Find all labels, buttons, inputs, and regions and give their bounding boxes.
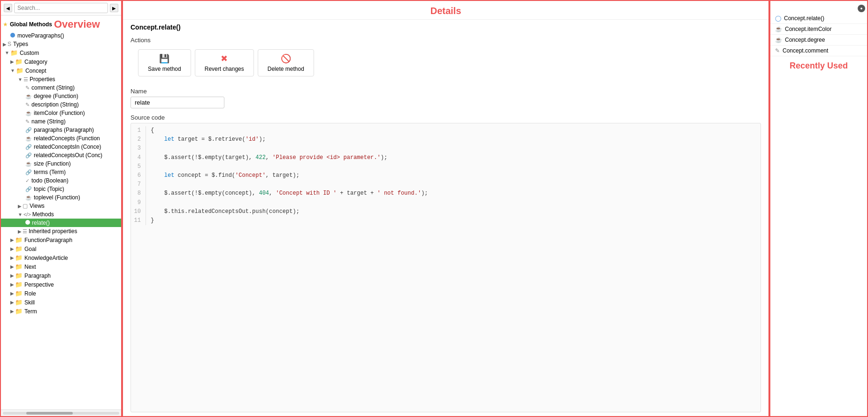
sidebar-item-concept[interactable]: ▼ 📁 Concept bbox=[1, 66, 121, 75]
nav-back-button[interactable]: ◀ bbox=[4, 4, 12, 12]
sidebar-item-degree[interactable]: ☕ degree (Function) bbox=[1, 92, 121, 100]
sidebar-item-paragraphs[interactable]: 🔗 paragraphs (Paragraph) bbox=[1, 126, 121, 134]
actions-label: Actions bbox=[131, 37, 761, 44]
sidebar-item-global-methods[interactable]: ★ Global Methods Overview bbox=[1, 17, 121, 31]
next-label: Next bbox=[24, 264, 36, 270]
revert-icon: ✖ bbox=[221, 53, 228, 64]
sidebar-item-knowledge-article[interactable]: ▶ 📁 KnowledgeArticle bbox=[1, 253, 121, 262]
rp-item-concept-degree[interactable]: ☕ Concept.degree bbox=[770, 35, 867, 45]
sidebar-item-relate[interactable]: relate() bbox=[1, 219, 121, 227]
sidebar-item-move-paragraphs[interactable]: moveParagraphs() bbox=[1, 31, 121, 40]
delete-label: Delete method bbox=[268, 66, 304, 72]
sidebar-item-topic[interactable]: 🔗 topic (Topic) bbox=[1, 185, 121, 193]
name-field-label: Name bbox=[131, 88, 761, 95]
sidebar-item-comment[interactable]: ✎ comment (String) bbox=[1, 83, 121, 92]
term-label: Term bbox=[24, 308, 37, 315]
role-icon: 📁 bbox=[15, 290, 23, 297]
sidebar-item-properties[interactable]: ▼ ☰ Properties bbox=[1, 75, 121, 83]
search-input[interactable] bbox=[14, 3, 108, 13]
name-field[interactable] bbox=[131, 97, 224, 108]
methods-label: Methods bbox=[32, 211, 54, 218]
scrollbar-track[interactable] bbox=[3, 412, 119, 415]
main-content: Details Concept.relate() Actions 💾 Save … bbox=[122, 0, 769, 417]
revert-label: Revert changes bbox=[205, 66, 244, 72]
link-icon-rcout: 🔗 bbox=[25, 152, 32, 159]
next-arrow: ▶ bbox=[10, 264, 14, 269]
comment-label: comment (String) bbox=[31, 84, 75, 91]
term-arrow: ▶ bbox=[10, 309, 14, 314]
actions-section: Actions 💾 Save method ✖ Revert changes 🚫… bbox=[123, 33, 768, 84]
name-label: name (String) bbox=[31, 118, 66, 125]
code-line-6: 6 let concept = $.find('Concept', target… bbox=[131, 171, 760, 180]
methods-arrow: ▼ bbox=[18, 212, 23, 217]
sidebar-item-next[interactable]: ▶ 📁 Next bbox=[1, 262, 121, 271]
sidebar-item-skill[interactable]: ▶ 📁 Skill bbox=[1, 298, 121, 307]
sidebar-item-todo[interactable]: ✓ todo (Boolean) bbox=[1, 176, 121, 185]
code-line-3: 3 bbox=[131, 144, 760, 153]
sidebar-item-views[interactable]: ▶ ▢ Views bbox=[1, 202, 121, 210]
code-line-8: 8 $.assert(!$.empty(concept), 404, 'Conc… bbox=[131, 189, 760, 198]
recently-used-title: Recently Used bbox=[770, 56, 867, 74]
code-editor[interactable]: 1 { 2 let target = $.retrieve('id'); 3 4… bbox=[131, 123, 761, 412]
fn-icon-size: ☕ bbox=[25, 161, 32, 167]
sidebar-item-related-concepts-in[interactable]: 🔗 relatedConceptsIn (Conce) bbox=[1, 143, 121, 151]
sidebar-item-category[interactable]: ▶ 📁 Category bbox=[1, 57, 121, 66]
perspective-label: Perspective bbox=[24, 281, 54, 288]
related-concepts-out-label: relatedConceptsOut (Conc) bbox=[34, 152, 102, 159]
sidebar-item-related-concepts-out[interactable]: 🔗 relatedConceptsOut (Conc) bbox=[1, 151, 121, 159]
sidebar-item-term[interactable]: ▶ 📁 Term bbox=[1, 307, 121, 316]
sidebar-item-description[interactable]: ✎ description (String) bbox=[1, 100, 121, 109]
sidebar-item-toplevel[interactable]: ☕ toplevel (Function) bbox=[1, 193, 121, 202]
custom-folder-icon: 📁 bbox=[10, 49, 18, 56]
next-icon: 📁 bbox=[15, 263, 23, 270]
sidebar-scrollbar[interactable] bbox=[1, 409, 121, 416]
sidebar-item-role[interactable]: ▶ 📁 Role bbox=[1, 289, 121, 298]
code-line-7: 7 bbox=[131, 180, 760, 189]
paragraphs-label: paragraphs (Paragraph) bbox=[34, 127, 94, 133]
concept-label: Concept bbox=[25, 68, 46, 74]
star-icon: ★ bbox=[3, 21, 8, 28]
link-icon-terms: 🔗 bbox=[25, 169, 32, 175]
inherited-icon: ☰ bbox=[23, 228, 27, 235]
sidebar-item-itemcolor[interactable]: ☕ itemColor (Function) bbox=[1, 109, 121, 117]
para-arrow: ▶ bbox=[10, 273, 14, 278]
view-icon: ▢ bbox=[23, 203, 28, 209]
custom-arrow: ▼ bbox=[5, 50, 9, 55]
goal-icon: 📁 bbox=[15, 245, 23, 252]
sidebar-item-terms[interactable]: 🔗 terms (Term) bbox=[1, 168, 121, 176]
sidebar-item-inherited-props[interactable]: ▶ ☰ Inherited properties bbox=[1, 227, 121, 235]
sidebar-item-types[interactable]: ▶ S Types bbox=[1, 40, 121, 48]
sidebar-item-methods[interactable]: ▼ </> Methods bbox=[1, 210, 121, 219]
ka-arrow: ▶ bbox=[10, 255, 14, 260]
fn-icon-itemcolor: ☕ bbox=[25, 110, 32, 116]
edit-icon-name: ✎ bbox=[25, 119, 30, 125]
persp-icon: 📁 bbox=[15, 281, 23, 288]
role-label: Role bbox=[24, 290, 36, 297]
sidebar-item-function-paragraph[interactable]: ▶ 📁 FunctionParagraph bbox=[1, 235, 121, 244]
corner-close-button[interactable]: ● bbox=[858, 5, 865, 12]
sidebar-item-perspective[interactable]: ▶ 📁 Perspective bbox=[1, 280, 121, 289]
rp-item-concept-relate[interactable]: ◯ Concept.relate() bbox=[770, 13, 867, 24]
delete-method-button[interactable]: 🚫 Delete method bbox=[258, 49, 314, 76]
sidebar-item-custom[interactable]: ▼ 📁 Custom bbox=[1, 48, 121, 57]
circle-outline-icon: ◯ bbox=[775, 15, 781, 22]
revert-changes-button[interactable]: ✖ Revert changes bbox=[195, 49, 254, 76]
save-method-button[interactable]: 💾 Save method bbox=[138, 49, 191, 76]
sidebar-item-size[interactable]: ☕ size (Function) bbox=[1, 159, 121, 168]
nav-forward-button[interactable]: ▶ bbox=[110, 4, 118, 12]
sidebar-item-goal[interactable]: ▶ 📁 Goal bbox=[1, 244, 121, 253]
scrollbar-thumb[interactable] bbox=[26, 412, 73, 415]
rp-item-concept-itemcolor[interactable]: ☕ Concept.itemColor bbox=[770, 24, 867, 35]
rp-concept-comment-label: Concept.comment bbox=[783, 47, 828, 54]
props-arrow: ▼ bbox=[18, 77, 23, 82]
rp-item-concept-comment[interactable]: ✎ Concept.comment bbox=[770, 45, 867, 56]
sidebar-item-name[interactable]: ✎ name (String) bbox=[1, 117, 121, 126]
sidebar-item-related-concepts[interactable]: ☕ relatedConcepts (Function bbox=[1, 134, 121, 143]
edit-icon: ✎ bbox=[25, 85, 30, 91]
sidebar-item-paragraph[interactable]: ▶ 📁 Paragraph bbox=[1, 271, 121, 280]
link-icon-rcin: 🔗 bbox=[25, 144, 32, 150]
sidebar-tree: ★ Global Methods Overview moveParagraphs… bbox=[1, 15, 121, 409]
rp-concept-itemcolor-label: Concept.itemColor bbox=[785, 26, 831, 32]
props-icon: ☰ bbox=[23, 76, 28, 83]
inherited-arrow: ▶ bbox=[18, 229, 22, 234]
